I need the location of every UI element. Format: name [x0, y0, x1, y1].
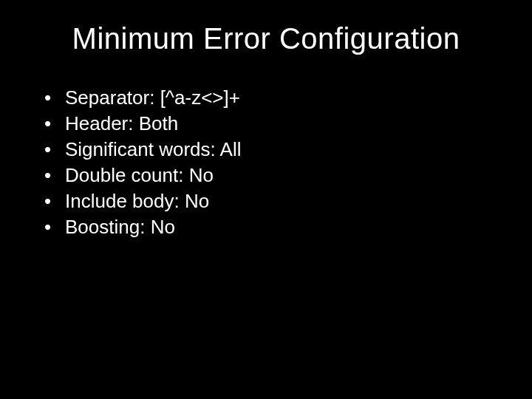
bullet-icon: •	[44, 85, 65, 111]
list-item: • Include body: No	[44, 188, 502, 214]
bullet-list: • Separator: [^a-z<>]+ • Header: Both • …	[30, 85, 502, 241]
list-item-text: Include body: No	[65, 188, 502, 214]
bullet-icon: •	[44, 163, 65, 188]
bullet-icon: •	[44, 214, 65, 240]
list-item: • Significant words: All	[44, 137, 502, 163]
list-item: • Separator: [^a-z<>]+	[44, 85, 502, 111]
list-item-text: Significant words: All	[65, 137, 502, 163]
list-item: • Boosting: No	[44, 214, 502, 240]
list-item-text: Header: Both	[65, 111, 502, 137]
list-item: • Double count: No	[44, 163, 502, 188]
slide: Minimum Error Configuration • Separator:…	[0, 0, 532, 399]
slide-title: Minimum Error Configuration	[30, 22, 502, 55]
list-item-text: Separator: [^a-z<>]+	[65, 85, 502, 111]
bullet-icon: •	[44, 188, 65, 214]
bullet-icon: •	[44, 137, 65, 163]
bullet-icon: •	[44, 111, 65, 137]
list-item-text: Double count: No	[65, 163, 502, 188]
list-item: • Header: Both	[44, 111, 502, 137]
list-item-text: Boosting: No	[65, 214, 502, 240]
